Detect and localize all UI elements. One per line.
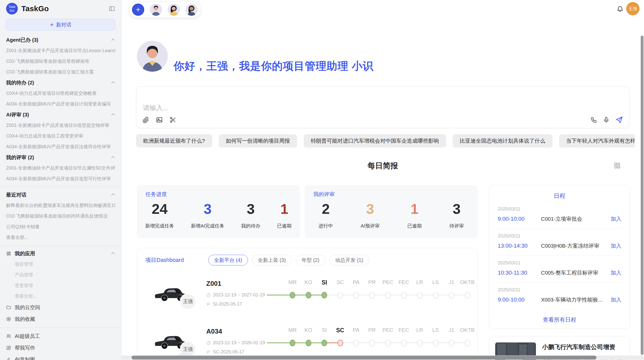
sidebar-cloud-folder-row[interactable]: 我的云空间 bbox=[6, 302, 115, 313]
my-apps-item[interactable]: 产品管理 bbox=[6, 269, 115, 280]
milestone-node[interactable] bbox=[433, 292, 438, 298]
schedule-card: 日程 2025/03/119:00-10:00C001-立项审批会加入2025/… bbox=[489, 185, 630, 329]
recent-conversation-item[interactable]: 公司Q3轻卡销量 bbox=[6, 221, 115, 232]
sidebar-item[interactable]: A034-全新新能源MUV产品开发项目造型可行性评审 bbox=[6, 173, 115, 184]
suggestion-chips: 欧洲新规最近颁布了什么?如何写一份清晰的项目周报特朗普可能对进口汽车增税会对中国… bbox=[136, 134, 635, 147]
chevron-up-icon[interactable] bbox=[111, 38, 115, 42]
sidebar-users-row[interactable]: AI超级员工 bbox=[6, 330, 115, 342]
recent-conversations-title[interactable]: 最近对话 bbox=[6, 189, 115, 200]
suggestion-chip[interactable]: 当下年轻人对汽车外观有怎样的喜好趋势 bbox=[559, 134, 635, 147]
milestone-node[interactable] bbox=[465, 292, 470, 298]
vertical-scrollbar[interactable] bbox=[641, 36, 643, 355]
stat-item: 24新增完成任务 bbox=[145, 200, 174, 229]
sidebar-pen-row[interactable]: 创意制图 bbox=[6, 354, 115, 360]
milestone-node[interactable] bbox=[465, 340, 470, 346]
my-apps-item[interactable]: 项目管理 bbox=[6, 259, 115, 269]
milestone-node[interactable] bbox=[417, 292, 422, 298]
flag-icon bbox=[206, 350, 211, 354]
add-agent-button[interactable]: + bbox=[132, 4, 144, 16]
attachment-icon[interactable] bbox=[142, 116, 149, 123]
chevron-up-icon[interactable] bbox=[111, 80, 115, 85]
dashboard-filter-chip[interactable]: 年型 (2) bbox=[296, 255, 325, 265]
sidebar-item[interactable]: A034-全新新能源MUV产品开发项目法规符合性评审 bbox=[6, 141, 115, 152]
notification-bell-icon[interactable] bbox=[617, 6, 624, 14]
sidebar-item[interactable]: Z001-全新燃油皮卡产品开发项目SI节点Lesson Learn报告 bbox=[6, 45, 115, 56]
milestone-node[interactable] bbox=[401, 340, 407, 346]
dashboard-filter-chip[interactable]: 全新平台 (4) bbox=[208, 255, 248, 265]
project-row[interactable]: 王强Z0012023-12-19 ~ 2027-01-19SI-2025-05-… bbox=[137, 273, 477, 313]
agent-avatar-1[interactable] bbox=[150, 4, 162, 16]
dashboard-filter-chip[interactable]: 动总开发 (1) bbox=[329, 255, 369, 265]
microphone-icon[interactable] bbox=[603, 116, 610, 123]
milestone-node[interactable] bbox=[449, 292, 454, 298]
sidebar-item[interactable]: C0X4-动力总成开发项目工程变更评审 bbox=[6, 131, 115, 141]
join-link[interactable]: 加入 bbox=[611, 242, 621, 249]
dashboard-filter-chip[interactable]: 全新上装 (3) bbox=[252, 255, 292, 265]
milestone-node[interactable] bbox=[290, 340, 295, 346]
sidebar-item[interactable]: A034-全新新能源MUV产品开发项目计划变更表编写 bbox=[6, 99, 115, 109]
briefing-layout-icon[interactable] bbox=[613, 162, 621, 170]
sidebar-section-title[interactable]: Agent已办 (3) bbox=[6, 35, 115, 45]
my-apps-item[interactable]: 变更管理 bbox=[6, 280, 115, 291]
milestone-node[interactable] bbox=[369, 340, 375, 346]
my-apps-title[interactable]: 我的应用 bbox=[6, 248, 115, 259]
milestone-node[interactable] bbox=[385, 340, 391, 346]
sidebar-section-title[interactable]: 我的待办 (2) bbox=[6, 77, 115, 88]
milestone-node[interactable] bbox=[417, 340, 422, 346]
milestone-node[interactable] bbox=[369, 292, 375, 298]
horizontal-scrollbar[interactable] bbox=[131, 356, 596, 359]
recent-conversation-item[interactable]: C02-飞腾新能源轻客改款项目的闭环通告反馈情况 bbox=[6, 211, 115, 221]
send-icon[interactable] bbox=[615, 116, 623, 124]
sidebar-item[interactable]: C0X4-动力总成开发项目SI里程碑提交物检查 bbox=[6, 88, 115, 99]
join-link[interactable]: 加入 bbox=[611, 269, 621, 276]
agent-avatar-3[interactable] bbox=[185, 4, 198, 16]
screenshot-scissors-icon[interactable] bbox=[169, 116, 176, 123]
milestone-node[interactable] bbox=[401, 292, 407, 298]
sidebar-item[interactable]: C02-飞腾新能源轻客改款项目里程碑画布 bbox=[6, 56, 115, 67]
chevron-up-icon[interactable] bbox=[111, 112, 115, 117]
new-chat-button[interactable]: + 新对话 bbox=[6, 19, 115, 31]
milestone-node[interactable] bbox=[353, 292, 359, 298]
suggestion-chip[interactable]: 如何写一份清晰的项目周报 bbox=[219, 134, 297, 147]
milestone-node[interactable] bbox=[306, 340, 311, 346]
milestone-node[interactable] bbox=[321, 340, 327, 346]
milestone-node[interactable] bbox=[338, 340, 343, 346]
voice-call-icon[interactable] bbox=[590, 116, 597, 123]
new-chat-label: 新对话 bbox=[56, 21, 71, 28]
user-avatar[interactable]: 王强 bbox=[626, 2, 639, 15]
recent-conversation-item[interactable]: 解释最新出台的欧盟报废车法规再生塑料比例被调至15%... bbox=[6, 200, 115, 211]
view-all-schedule-link[interactable]: 查看所有日程 bbox=[489, 316, 630, 324]
milestone-node[interactable] bbox=[321, 292, 327, 298]
join-link[interactable]: 加入 bbox=[611, 215, 621, 222]
chevron-up-icon[interactable] bbox=[111, 251, 115, 256]
sidebar-write-row[interactable]: 帮我写作 bbox=[6, 342, 115, 354]
dashboard-header: 项目Dashboard 全新平台 (4)全新上装 (3)年型 (2)动总开发 (… bbox=[137, 248, 477, 265]
sidebar-item[interactable]: Z001-全新燃油轻卡产品开发项目SI造型提交物评审 bbox=[6, 120, 115, 131]
agent-avatar-2[interactable] bbox=[168, 4, 180, 16]
suggestion-chip[interactable]: 特朗普可能对进口汽车增税会对中国车企造成哪些影响 bbox=[304, 134, 446, 147]
sidebar-collapse-icon[interactable] bbox=[109, 5, 115, 12]
chevron-up-icon[interactable] bbox=[111, 155, 115, 160]
suggestion-chip[interactable]: 欧洲新规最近颁布了什么? bbox=[136, 134, 212, 147]
sidebar-item[interactable]: Z001-全新燃油轻卡产品开发项目SI节点属性5D文件评审 bbox=[6, 163, 115, 173]
milestone-node[interactable] bbox=[290, 292, 295, 298]
chevron-up-icon[interactable] bbox=[111, 192, 115, 197]
milestone-node[interactable] bbox=[338, 292, 343, 298]
my-apps-item[interactable]: 查看全部... bbox=[6, 291, 115, 302]
milestone-node[interactable] bbox=[306, 292, 311, 298]
milestone-node[interactable] bbox=[353, 340, 359, 346]
image-icon[interactable] bbox=[156, 116, 163, 123]
suggestion-chip[interactable]: 比亚迪全固态电池计划具体说了什么 bbox=[453, 134, 552, 147]
recent-conversation-item[interactable]: 查看全部... bbox=[6, 232, 115, 243]
milestone-node[interactable] bbox=[449, 340, 454, 346]
sidebar-star-badge-row[interactable]: 我的收藏 bbox=[6, 313, 115, 325]
clock-icon bbox=[206, 341, 211, 345]
sidebar-section-title[interactable]: 我的评审 (2) bbox=[6, 152, 115, 163]
milestone-node[interactable] bbox=[433, 340, 438, 346]
project-dates-text: 2023-12-19 ~ 2027-01-19 bbox=[213, 292, 265, 298]
join-link[interactable]: 加入 bbox=[611, 296, 621, 303]
sidebar-item[interactable]: C02-飞腾新能源轻客改款项目立项汇报方案 bbox=[6, 67, 115, 77]
sidebar-section-title[interactable]: AI评审 (3) bbox=[6, 109, 115, 120]
milestone-node[interactable] bbox=[385, 292, 391, 298]
chat-input[interactable]: 请输入... bbox=[136, 86, 630, 128]
